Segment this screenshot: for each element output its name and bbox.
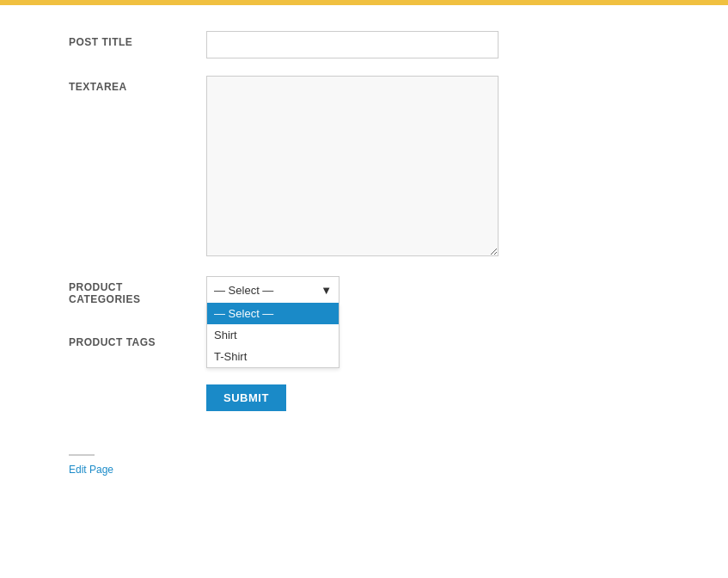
footer-section: Edit Page: [0, 454, 728, 476]
product-tags-label: PRODUCT TAGS: [69, 331, 206, 348]
product-label: PRODUCT CATEGORIES: [69, 276, 206, 305]
textarea-wrapper: [206, 76, 499, 259]
page-container: POST TITLE TEXTAREA PRODUCT CATEGORIES —…: [0, 0, 728, 476]
dropdown-option-select[interactable]: — Select —: [207, 303, 339, 324]
dropdown-selected-text: — Select —: [214, 284, 273, 297]
dropdown-option-shirt[interactable]: Shirt: [207, 324, 339, 346]
edit-page-link[interactable]: Edit Page: [69, 464, 113, 476]
textarea-row: TEXTAREA: [69, 76, 694, 259]
textarea-label: TEXTAREA: [69, 76, 206, 93]
product-categories-row: PRODUCT CATEGORIES — Select — ▼ — Select…: [69, 276, 694, 305]
post-title-wrapper: [206, 31, 499, 58]
form-container: POST TITLE TEXTAREA PRODUCT CATEGORIES —…: [0, 22, 728, 428]
post-title-input[interactable]: [206, 31, 499, 58]
dropdown-option-tshirt[interactable]: T-Shirt: [207, 346, 339, 367]
product-categories-dropdown-container[interactable]: — Select — ▼ — Select — Shirt T-Shirt: [206, 276, 340, 304]
product-categories-dropdown-display[interactable]: — Select — ▼: [206, 276, 340, 304]
footer-divider: [69, 454, 95, 456]
dropdown-arrow-icon: ▼: [321, 284, 332, 297]
product-categories-dropdown-list: — Select — Shirt T-Shirt: [206, 303, 340, 368]
post-title-label: POST TITLE: [69, 31, 206, 48]
post-title-row: POST TITLE: [69, 31, 694, 58]
top-bar: [0, 0, 728, 5]
product-tags-row: PRODUCT TAGS — Select — ▼: [69, 331, 694, 359]
textarea-input[interactable]: [206, 76, 499, 256]
submit-button[interactable]: SUBMIT: [206, 384, 286, 411]
